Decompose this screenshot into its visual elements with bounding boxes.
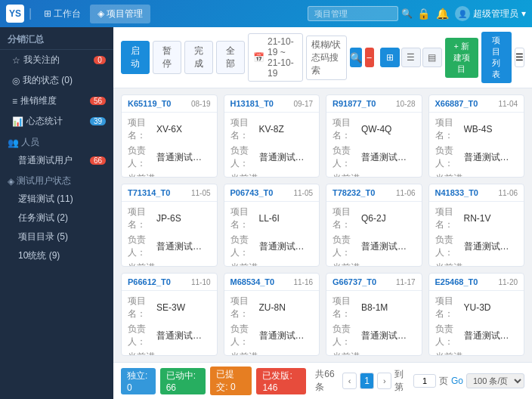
card-body: 项目名： XV-6X 负责人： 普通测试用户 当前进度： 10试验 100% — [122, 113, 217, 178]
card-owner-row: 负责人： 普通测试用户 — [128, 234, 211, 259]
owner-value: 普通测试用户 — [464, 329, 518, 342]
page-1-btn[interactable]: 1 — [360, 373, 374, 389]
card-header: N41833_T0 11-06 — [429, 184, 524, 202]
project-card[interactable]: R91877_T0 10-28 项目名： QW-4Q 负责人： 普通测试用户 当… — [326, 94, 422, 178]
project-value: JP-6S — [156, 213, 211, 224]
card-body: 项目名： KV-8Z 负责人： 普通测试用户 当前进度： 10试验 100% — [224, 113, 320, 178]
project-card[interactable]: P06743_T0 11-05 项目名： LL-6I 负责人： 普通测试用户 当… — [224, 184, 320, 267]
lock-icon[interactable]: 🔒 — [417, 8, 430, 20]
owner-label: 负责人： — [435, 323, 464, 348]
clear-btn[interactable]: − — [365, 48, 374, 67]
status-bar: 独立: 0 已动中: 66 已提交: 0 已发版: 146 共66条 ‹ 1 ›… — [113, 362, 532, 399]
card-body: 项目名： B8-1M 负责人： 普通测试用户 当前进度： 激情液态 99% — [326, 291, 422, 356]
page-info: ‹ 1 › 到第 页 Go 50 条/页 100 条/页 200 条/页 — [342, 368, 524, 394]
sidebar-item-misc[interactable]: 10统统 (9) — [0, 246, 113, 265]
prev-page-btn[interactable]: ‹ — [342, 373, 357, 389]
card-body: 项目名： ZU-8N 负责人： 普通测试用户 当前进度： 激情液态 99% — [224, 291, 320, 356]
tab-complete[interactable]: 完成 — [184, 41, 213, 74]
search-btn[interactable]: 🔍 — [350, 48, 362, 67]
project-label: 项目名： — [128, 116, 156, 142]
tab-start[interactable]: 启动 — [121, 41, 150, 74]
nav-project-mgmt[interactable]: ◈ 项目管理 — [90, 5, 150, 23]
date-filter[interactable]: 📅 21-10-19 ~ 21-10-19 — [248, 33, 303, 82]
card-date: 11-20 — [498, 278, 518, 286]
sidebar-item-logic[interactable]: 逻辑测试 (11) — [0, 190, 113, 209]
owner-label: 负责人： — [128, 144, 156, 170]
card-date: 09-17 — [293, 100, 313, 108]
page-input[interactable] — [413, 374, 436, 388]
search-input[interactable] — [308, 6, 398, 21]
owner-label: 负责人： — [128, 234, 156, 259]
project-card[interactable]: T71314_T0 11-05 项目名： JP-6S 负责人： 普通测试用户 当… — [121, 184, 218, 267]
owner-label: 负责人： — [435, 144, 464, 170]
card-owner-row: 负责人： 普通测试用户 — [332, 144, 416, 170]
bell-icon[interactable]: 🔔 — [436, 8, 449, 20]
project-list-button[interactable]: 项目列表 — [481, 32, 512, 83]
project-card[interactable]: N41833_T0 11-06 项目名： RN-1V 负责人： 普通测试用户 当… — [428, 184, 525, 267]
project-card[interactable]: E25468_T0 11-20 项目名： YU-3D 负责人： 普通测试用户 当… — [428, 273, 525, 356]
project-label: 项目名： — [230, 116, 259, 142]
per-page-select[interactable]: 50 条/页 100 条/页 200 条/页 — [466, 373, 524, 388]
card-id: M68534_T0 — [230, 277, 275, 286]
nav-workbench[interactable]: ⊞ 工作台 — [36, 5, 88, 23]
sidebar-item-dimension[interactable]: ≡ 推销维度 56 — [0, 91, 113, 111]
tab-all[interactable]: 全部 — [216, 41, 245, 74]
card-date: 08-19 — [191, 100, 211, 108]
progress-label: 当前进度： — [230, 261, 259, 267]
card-id: T78232_T0 — [332, 188, 375, 197]
project-label: 项目名： — [230, 295, 259, 320]
owner-label: 负责人： — [332, 323, 361, 348]
sidebar-item-stats[interactable]: 📊 心态统计 39 — [0, 111, 113, 131]
sidebar-item-watch[interactable]: ☆ 我关注的 0 — [0, 50, 113, 70]
progress-label: 当前进度： — [332, 351, 361, 356]
card-date: 11-17 — [396, 278, 416, 286]
table-view-btn[interactable]: ▤ — [422, 48, 442, 67]
card-id: G66737_T0 — [332, 277, 376, 286]
progress-label: 当前进度： — [332, 172, 361, 178]
grid-view-btn[interactable]: ⊞ — [380, 48, 400, 67]
card-owner-row: 负责人： 普通测试用户 — [435, 234, 518, 259]
sidebar-item-project-dir[interactable]: 项目目录 (5) — [0, 227, 113, 246]
sidebar-item-status[interactable]: ◎ 我的状态 (0) — [0, 70, 113, 91]
watch-badge: 0 — [94, 56, 106, 64]
project-card[interactable]: T78232_T0 11-06 项目名： Q6-2J 负责人： 普通测试用户 当… — [326, 184, 422, 267]
card-project-row: 项目名： RN-1V — [435, 206, 518, 231]
project-value: XV-6X — [156, 124, 211, 135]
project-card[interactable]: H13181_T0 09-17 项目名： KV-8Z 负责人： 普通测试用户 当… — [224, 94, 320, 178]
project-card[interactable]: G66737_T0 11-17 项目名： B8-1M 负责人： 普通测试用户 当… — [326, 273, 422, 356]
sidebar-item-test-user[interactable]: 普通测试用户 66 — [0, 151, 113, 170]
project-label: 项目名： — [332, 295, 361, 320]
sidebar-item-task[interactable]: 任务测试 (2) — [0, 209, 113, 227]
card-owner-row: 负责人： 普通测试用户 — [230, 323, 314, 348]
project-card[interactable]: X66887_T0 11-04 项目名： WB-4S 负责人： 普通测试用户 当… — [428, 94, 525, 178]
more-options-btn[interactable]: ☰ — [515, 48, 524, 67]
project-card[interactable]: K65119_T0 08-19 项目名： XV-6X 负责人： 普通测试用户 当… — [121, 94, 218, 178]
card-progress-row: 当前进度： 10试验 100% — [128, 172, 211, 178]
card-id: K65119_T0 — [128, 99, 172, 108]
main-layout: 分销汇总 ☆ 我关注的 0 ◎ 我的状态 (0) ≡ 推销维度 56 📊 心态统… — [0, 27, 532, 399]
completed-label: 已发版: 146 — [262, 370, 300, 393]
tab-pause[interactable]: 暂停 — [153, 41, 181, 74]
search-filter[interactable]: 模糊/状态码搜索 — [306, 36, 347, 80]
card-date: 11-05 — [191, 189, 211, 197]
stats-icon: 📊 — [12, 116, 23, 127]
owner-value: 普通测试用户 — [259, 151, 314, 164]
project-label: 项目名： — [128, 206, 156, 231]
card-owner-row: 负责人： 普通测试用户 — [128, 144, 211, 170]
project-card[interactable]: P66612_T0 11-10 项目名： SE-3W 负责人： 普通测试用户 当… — [121, 273, 218, 356]
owner-value: 普通测试用户 — [156, 151, 211, 164]
project-label: 项目名： — [435, 295, 464, 320]
sidebar: 分销汇总 ☆ 我关注的 0 ◎ 我的状态 (0) ≡ 推销维度 56 📊 心态统… — [0, 27, 113, 399]
card-body: 项目名： YU-3D 负责人： 普通测试用户 当前进度： 激情液态 99% — [429, 291, 524, 356]
confirm-page-btn[interactable]: Go — [451, 376, 463, 386]
list-view-btn[interactable]: ☰ — [401, 48, 421, 67]
add-project-button[interactable]: + 新建项目 — [445, 38, 478, 78]
next-page-btn[interactable]: › — [377, 373, 391, 389]
card-owner-row: 负责人： 普通测试用户 — [332, 234, 416, 259]
card-header: T71314_T0 11-05 — [122, 184, 217, 202]
nav-items: ⊞ 工作台 ◈ 项目管理 — [36, 5, 303, 23]
card-progress-row: 当前进度： 激情液态 99% — [332, 351, 416, 356]
search-icon[interactable]: 🔍 — [401, 8, 413, 19]
project-value: QW-4Q — [361, 124, 416, 135]
project-card[interactable]: M68534_T0 11-16 项目名： ZU-8N 负责人： 普通测试用户 当… — [224, 273, 320, 356]
